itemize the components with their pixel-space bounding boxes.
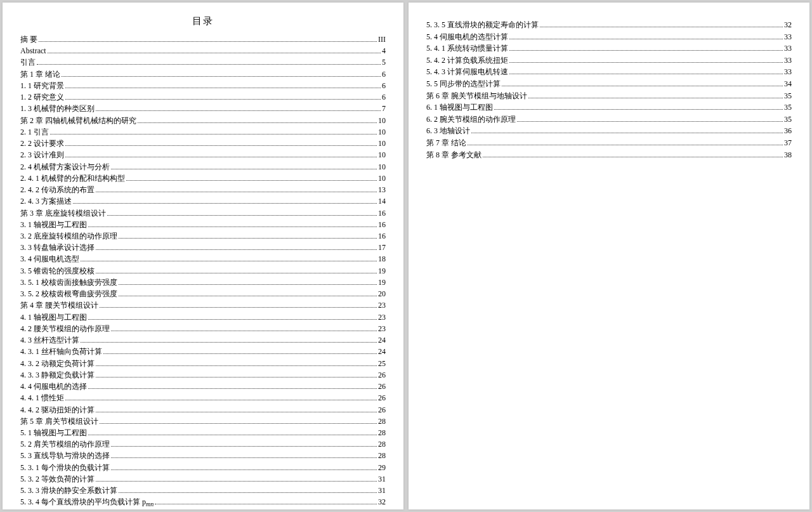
- toc-leader-dots: [88, 319, 377, 320]
- toc-leader-dots: [39, 41, 377, 42]
- toc-entry: 3. 3 转盘轴承设计选择17: [20, 242, 386, 253]
- toc-entry: 摘 要III: [20, 34, 386, 45]
- toc-leader-dots: [126, 180, 377, 181]
- toc-entry: 5. 3. 4 每个直线滑块的平均负载计算 pmn32: [20, 496, 386, 509]
- toc-page-number: 28: [378, 427, 386, 438]
- toc-label: 第 8 章 参考文献: [426, 149, 481, 161]
- toc-label: 2. 2 设计要求: [20, 138, 64, 149]
- toc-label: 2. 3 设计准则: [20, 149, 64, 161]
- toc-leader-dots: [509, 74, 783, 74]
- toc-label: 5. 4. 2 计算负载系统扭矩: [426, 55, 508, 67]
- toc-entry: 5. 4. 2 计算负载系统扭矩33: [426, 55, 792, 67]
- toc-page-number: 20: [378, 288, 386, 299]
- toc-label: 4. 3. 2 动额定负荷计算: [20, 358, 95, 369]
- toc-entry: 5. 5 同步带的选型计算34: [426, 78, 792, 90]
- toc-entry: 5. 3. 3 滑块的静安全系数计算31: [20, 485, 386, 496]
- toc-label: 6. 1 轴视图与工程图: [426, 102, 493, 114]
- toc-label: 5. 3. 2 等效负荷的计算: [20, 473, 95, 485]
- toc-leader-dots: [48, 53, 381, 53]
- toc-label: 5. 4. 3 计算伺服电机转速: [426, 66, 508, 78]
- toc-leader-dots: [111, 457, 377, 458]
- toc-entry: 第 5 章 肩关节模组设计28: [20, 416, 386, 427]
- toc-leader-dots: [111, 469, 377, 470]
- toc-label: 4. 1 轴视图与工程图: [20, 312, 87, 323]
- toc-leader-dots: [65, 88, 381, 88]
- toc-page-number: 34: [784, 78, 792, 90]
- toc-entry: 第 4 章 腰关节模组设计23: [20, 299, 386, 311]
- toc-leader-dots: [119, 296, 377, 296]
- toc-entry: 5. 4. 1 系统转动惯量计算33: [426, 43, 792, 55]
- toc-entry: 1. 2 研究意义6: [20, 91, 386, 103]
- toc-entry: 第 8 章 参考文献38: [426, 149, 792, 161]
- toc-entry: 4. 2 腰关节模组的动作原理23: [20, 323, 386, 334]
- toc-leader-dots: [468, 145, 783, 145]
- toc-page-number: 10: [378, 126, 386, 138]
- toc-page-number: 10: [378, 138, 386, 149]
- toc-page-number: III: [378, 34, 386, 45]
- toc-label: 4. 3 丝杆选型计算: [20, 334, 79, 346]
- toc-leader-dots: [502, 86, 783, 86]
- toc-label: 第 7 章 结论: [426, 137, 466, 149]
- toc-label: 4. 3. 3 静额定负载计算: [20, 369, 95, 381]
- toc-page-number: 7: [382, 103, 386, 114]
- toc-label: 5. 4 伺服电机的选型计算: [426, 31, 508, 43]
- toc-page-number: 35: [784, 90, 792, 102]
- toc-entry: 4. 4 伺服电机的选择26: [20, 381, 386, 392]
- toc-label: Abstract: [20, 45, 46, 56]
- toc-label: 2. 4. 1 机械臂的分配和结构构型: [20, 173, 125, 184]
- toc-label: 3. 4 伺服电机选型: [20, 253, 79, 265]
- toc-label: 3. 5. 1 校核齿面接触疲劳强度: [20, 277, 117, 288]
- toc-page-number: 36: [784, 125, 792, 137]
- toc-page-number: 33: [784, 66, 792, 78]
- toc-page-number: 5: [382, 56, 386, 68]
- toc-label: 第 3 章 底座旋转模组设计: [20, 207, 106, 219]
- toc-page-number: 26: [378, 381, 386, 392]
- toc-label: 6. 2 腕关节模组的动作原理: [426, 114, 516, 126]
- toc-leader-dots: [88, 388, 377, 389]
- toc-leader-dots: [138, 122, 377, 123]
- toc-page-number: 14: [378, 195, 386, 207]
- toc-leader-dots: [81, 261, 377, 261]
- toc-leader-dots: [494, 109, 783, 110]
- toc-leader-dots: [119, 284, 377, 285]
- toc-label: 1. 3 机械臂的种类区别: [20, 103, 95, 114]
- toc-label: 3. 3 转盘轴承设计选择: [20, 242, 95, 253]
- toc-leader-dots: [65, 400, 377, 400]
- toc-page-number: 16: [378, 219, 386, 230]
- toc-leader-dots: [119, 238, 377, 239]
- toc-page-number: 31: [378, 473, 386, 485]
- toc-leader-dots: [81, 342, 377, 343]
- toc-page-left: 目录 摘 要IIIAbstract4引言5第 1 章 绪论61. 1 研究背景6…: [3, 3, 403, 509]
- toc-page-number: 23: [378, 299, 386, 311]
- toc-leader-dots: [483, 157, 783, 157]
- toc-label: 4. 2 腰关节模组的动作原理: [20, 323, 110, 334]
- toc-page-number: 6: [382, 91, 386, 103]
- toc-leader-dots: [37, 64, 381, 65]
- toc-label: 3. 1 轴视图与工程图: [20, 219, 87, 230]
- toc-entry: 6. 1 轴视图与工程图35: [426, 102, 792, 114]
- toc-label: 1. 1 研究背景: [20, 80, 64, 91]
- toc-label: 第 6 章 腕关节模组与地轴设计: [426, 90, 527, 102]
- toc-leader-dots: [96, 249, 377, 250]
- toc-leader-dots: [65, 145, 377, 146]
- toc-leader-dots: [88, 226, 377, 227]
- toc-label: 5. 4. 1 系统转动惯量计算: [426, 43, 508, 55]
- toc-leader-dots: [65, 157, 377, 157]
- toc-leader-dots: [517, 121, 783, 122]
- toc-label: 5. 3. 1 每个滑块的负载计算: [20, 462, 110, 473]
- toc-page-number: 19: [378, 277, 386, 288]
- toc-page-number: 33: [784, 31, 792, 43]
- toc-label: 4. 3. 1 丝杆轴向负荷计算: [20, 346, 102, 357]
- toc-label: 5. 3. 3 滑块的静安全系数计算: [20, 485, 117, 496]
- toc-page-number: 4: [382, 45, 386, 56]
- toc-entry: 第 6 章 腕关节模组与地轴设计35: [426, 90, 792, 102]
- toc-page-number: 23: [378, 312, 386, 323]
- toc-leader-dots: [100, 307, 377, 308]
- toc-entry: 2. 4. 3 方案描述14: [20, 195, 386, 207]
- toc-label: 4. 4. 1 惯性矩: [20, 392, 64, 404]
- toc-entry: 5. 3. 5 直线滑块的额定寿命的计算32: [426, 19, 792, 31]
- toc-leader-dots: [528, 98, 783, 98]
- toc-leader-dots: [509, 50, 783, 51]
- toc-label: 5. 3. 5 直线滑块的额定寿命的计算: [426, 19, 539, 31]
- toc-label: 5. 5 同步带的选型计算: [426, 78, 501, 90]
